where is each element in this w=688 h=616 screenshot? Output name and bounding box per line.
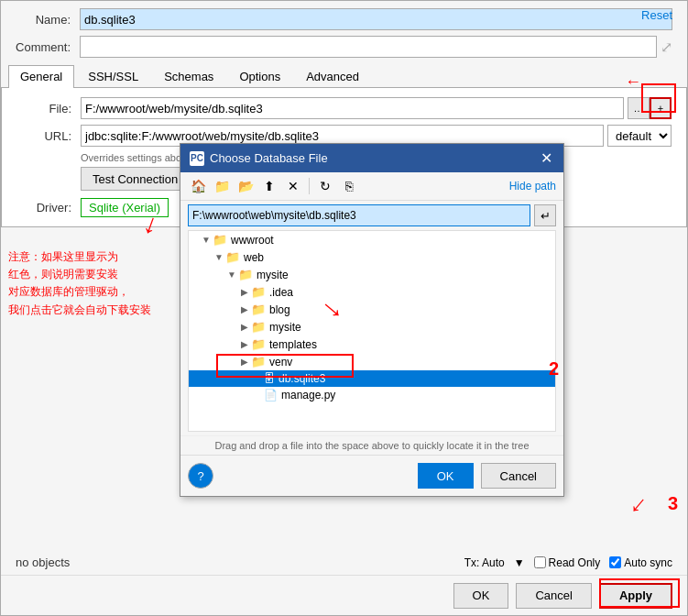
toolbar-separator — [309, 178, 310, 194]
comment-input[interactable] — [80, 36, 657, 58]
tree-arrow-web: ▼ — [213, 252, 225, 262]
no-objects-text: no objects — [16, 556, 70, 569]
autosync-label: Auto sync — [624, 556, 672, 569]
folder-icon-mysite-sub: 📁 — [251, 320, 266, 334]
folder-icon-mysite: 📁 — [238, 268, 253, 281]
tree-label-idea: .idea — [269, 286, 293, 299]
readonly-label: Read Only — [549, 556, 601, 569]
readonly-checkbox[interactable] — [534, 556, 546, 568]
folder-icon-blog: 📁 — [251, 302, 266, 316]
autosync-checkbox-label: Auto sync — [609, 556, 672, 569]
url-type-select[interactable]: default — [607, 125, 672, 147]
dialog-toolbar: 🏠 📁 📂 ⬆ ✕ ↻ ⎘ Hide path — [180, 172, 563, 201]
tree-item-templates[interactable]: ▶ 📁 templates — [189, 336, 555, 353]
tree-item-db-sqlite3[interactable]: 🗄 db.sqlite3 — [189, 370, 555, 387]
tree-arrow-templates: ▶ — [238, 339, 251, 349]
tree-item-idea[interactable]: ▶ 📁 .idea — [189, 283, 555, 301]
comment-label: Comment: — [16, 40, 80, 54]
tx-dropdown-icon[interactable]: ▼ — [514, 556, 525, 569]
driver-value[interactable]: Sqlite (Xerial) — [81, 198, 169, 217]
file-add-button[interactable]: + — [650, 97, 672, 119]
dialog-cancel-button[interactable]: Cancel — [481, 463, 556, 489]
file-tree: ▼ 📁 wwwroot ▼ 📁 web ▼ 📁 mysite ▶ — [188, 230, 556, 432]
bottom-bar: no objects Tx: Auto ▼ Read Only Auto syn… — [1, 550, 687, 575]
dialog-close-button[interactable]: ✕ — [539, 149, 554, 167]
toolbar-new-folder-icon[interactable]: 📂 — [235, 176, 256, 196]
readonly-checkbox-label: Read Only — [534, 556, 601, 569]
path-go-button[interactable]: ↵ — [534, 204, 556, 226]
toolbar-up-icon[interactable]: ⬆ — [259, 176, 279, 196]
file-icon-db: 🗄 — [264, 372, 275, 385]
tab-advanced[interactable]: Advanced — [294, 65, 371, 87]
file-input[interactable] — [81, 97, 624, 119]
folder-icon-venv: 📁 — [251, 355, 266, 368]
main-window: Name: Comment: ⤢ Reset General SSH/SSL S… — [0, 0, 688, 616]
toolbar-refresh-icon[interactable]: ↻ — [315, 176, 335, 196]
file-icon-manage: 📄 — [264, 389, 278, 402]
hide-path-link[interactable]: Hide path — [509, 180, 556, 192]
dialog-buttons: ? OK Cancel — [180, 455, 563, 496]
reset-link[interactable]: Reset — [641, 8, 672, 22]
tree-label-venv: venv — [269, 356, 292, 368]
file-row: File: … + — [16, 97, 672, 119]
dialog-title-icon: PC — [190, 151, 204, 166]
tree-item-venv[interactable]: ▶ 📁 venv — [189, 353, 555, 370]
file-buttons: … + — [628, 97, 672, 119]
tree-arrow-mysite: ▼ — [225, 270, 238, 280]
tree-label-web: web — [244, 251, 264, 264]
tab-schemas[interactable]: Schemas — [152, 65, 225, 87]
toolbar-copy-icon[interactable]: ⎘ — [339, 176, 359, 196]
toolbar-delete-icon[interactable]: ✕ — [283, 176, 303, 196]
tree-label-db-sqlite3: db.sqlite3 — [278, 372, 325, 385]
file-label: File: — [16, 102, 81, 116]
annotation-number-3: 3 — [668, 493, 678, 514]
tree-item-mysite-sub[interactable]: ▶ 📁 mysite — [189, 318, 555, 336]
tree-label-mysite: mysite — [257, 269, 289, 281]
footer-ok-button[interactable]: OK — [453, 583, 509, 609]
tree-item-blog[interactable]: ▶ 📁 blog — [189, 301, 555, 318]
form-area: Name: Comment: ⤢ — [1, 1, 687, 58]
tree-item-manage-py[interactable]: 📄 manage.py — [189, 387, 555, 403]
choose-database-dialog: PC Choose Database File ✕ 🏠 📁 📂 ⬆ ✕ ↻ ⎘ … — [180, 143, 564, 497]
red-arrow-apply: ↓ — [625, 489, 653, 520]
dialog-help-button[interactable]: ? — [188, 463, 213, 489]
bottom-controls: Tx: Auto ▼ Read Only Auto sync — [464, 556, 672, 569]
tab-options[interactable]: Options — [227, 65, 292, 87]
tree-label-manage-py: manage.py — [281, 389, 335, 402]
tree-arrow-mysite-sub: ▶ — [238, 322, 251, 332]
tabs-bar: General SSH/SSL Schemas Options Advanced — [1, 65, 687, 88]
name-label: Name: — [16, 13, 80, 27]
tree-arrow-wwwroot: ▼ — [200, 235, 213, 245]
annotation-text: 注意：如果这里显示为红色，则说明需要安装对应数据库的管理驱动，我们点击它就会自动… — [8, 248, 151, 319]
tree-label-mysite-sub: mysite — [269, 321, 301, 334]
tree-label-blog: blog — [269, 303, 290, 316]
name-input[interactable] — [80, 8, 672, 30]
tab-sshssl[interactable]: SSH/SSL — [76, 65, 150, 87]
toolbar-folder-icon[interactable]: 📁 — [212, 176, 232, 196]
dialog-titlebar: PC Choose Database File ✕ — [180, 144, 563, 172]
folder-icon-web: 📁 — [225, 250, 240, 264]
folder-icon-templates: 📁 — [251, 337, 266, 351]
footer-cancel-button[interactable]: Cancel — [516, 583, 591, 609]
tree-arrow-blog: ▶ — [238, 304, 251, 314]
dialog-hint: Drag and drop a file into the space abov… — [180, 435, 563, 455]
tab-general[interactable]: General — [8, 65, 74, 88]
url-label: URL: — [16, 129, 81, 143]
tree-item-mysite-root[interactable]: ▼ 📁 mysite — [189, 266, 555, 283]
dialog-path-bar: ↵ — [188, 204, 556, 226]
tree-arrow-idea: ▶ — [238, 287, 251, 297]
folder-icon-wwwroot: 📁 — [213, 233, 227, 247]
name-row: Name: — [16, 8, 672, 30]
autosync-checkbox[interactable] — [609, 556, 621, 568]
path-input[interactable] — [188, 204, 530, 226]
test-connection-button[interactable]: Test Connection — [81, 167, 190, 191]
tree-item-web[interactable]: ▼ 📁 web — [189, 248, 555, 266]
footer-apply-button[interactable]: Apply — [599, 583, 672, 609]
toolbar-home-icon[interactable]: 🏠 — [188, 176, 208, 196]
comment-row: Comment: ⤢ — [16, 36, 672, 58]
driver-label: Driver: — [16, 201, 81, 214]
tree-item-wwwroot[interactable]: ▼ 📁 wwwroot — [189, 231, 555, 248]
expand-icon[interactable]: ⤢ — [661, 38, 672, 56]
file-browse-button[interactable]: … — [628, 97, 650, 119]
dialog-ok-button[interactable]: OK — [418, 463, 474, 489]
